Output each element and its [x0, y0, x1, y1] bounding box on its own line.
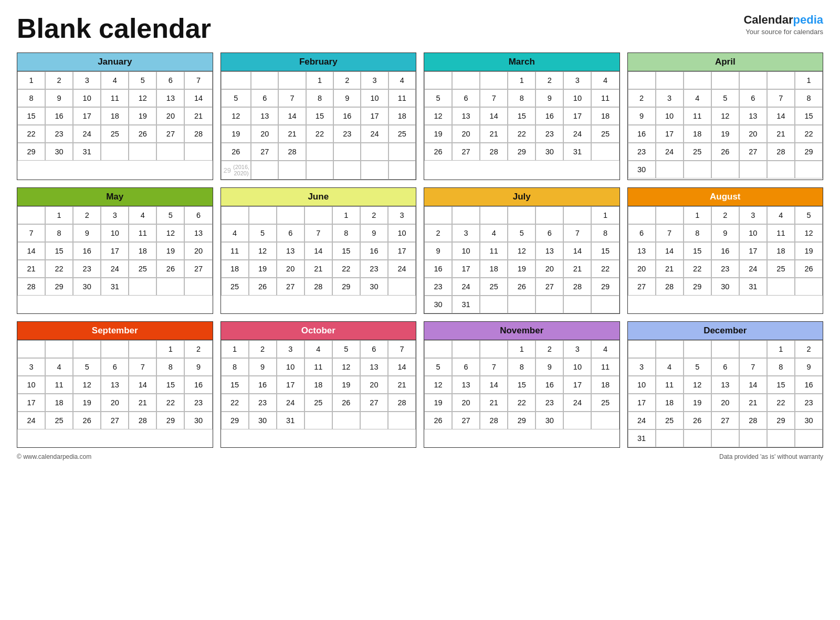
- day-cell: 1: [221, 340, 249, 358]
- day-cell: 2: [711, 206, 739, 224]
- day-cell: 29: [795, 143, 823, 161]
- day-cell: 10: [628, 376, 656, 394]
- day-cell: 15: [508, 107, 536, 125]
- brand-name: Calendarpedia: [743, 13, 823, 28]
- day-cell: 15: [332, 242, 360, 260]
- day-cell: 17: [563, 376, 591, 394]
- day-cell: 1: [306, 71, 333, 89]
- day-cell: [739, 161, 767, 178]
- day-cell: [480, 206, 508, 224]
- day-cell: 21: [563, 260, 591, 278]
- day-cell: [388, 412, 416, 429]
- day-cell: 5: [711, 89, 739, 107]
- day-cell: 12: [508, 242, 536, 260]
- month-grid-jun: 1234567891011121314151617181920212223242…: [221, 206, 416, 296]
- month-aug: August1234567891011121314151617181920212…: [627, 187, 824, 314]
- month-header-aug: August: [628, 188, 823, 206]
- day-cell: 15: [795, 107, 823, 125]
- day-cell: 3: [17, 358, 45, 376]
- day-cell: 10: [361, 89, 388, 107]
- day-cell: 5: [508, 224, 536, 242]
- day-cell: 4: [480, 224, 508, 242]
- day-cell: 8: [17, 89, 45, 107]
- day-cell: [739, 71, 767, 89]
- day-cell: 15: [17, 107, 45, 125]
- day-cell: 29: [45, 278, 73, 296]
- day-cell: 31: [628, 429, 656, 447]
- day-cell: 13: [360, 358, 388, 376]
- day-cell: 29: [156, 412, 184, 429]
- day-cell: 10: [73, 89, 101, 107]
- day-cell: 30: [249, 412, 277, 429]
- month-header-mar: March: [424, 53, 620, 71]
- day-cell: 11: [684, 107, 711, 125]
- month-nov: November12345678910111213141516171819202…: [424, 321, 620, 448]
- day-cell: 30: [360, 278, 388, 296]
- day-cell: 27: [536, 278, 563, 296]
- day-cell: 26: [332, 394, 360, 412]
- day-cell: 28: [129, 412, 156, 429]
- day-cell: [304, 412, 332, 429]
- day-cell: [563, 412, 591, 429]
- day-cell-empty: [333, 161, 361, 180]
- day-cell: [452, 206, 480, 224]
- day-cell: 27: [360, 394, 388, 412]
- day-cell: 17: [388, 242, 416, 260]
- day-cell: 26: [424, 412, 452, 429]
- day-cell: 17: [656, 125, 684, 143]
- day-cell: [767, 71, 795, 89]
- day-cell: 1: [508, 71, 536, 89]
- day-cell: 9: [333, 89, 361, 107]
- day-cell: 19: [424, 125, 452, 143]
- day-cell: 7: [184, 71, 212, 89]
- day-cell: 22: [156, 394, 184, 412]
- day-cell: 20: [184, 242, 212, 260]
- day-cell: 24: [73, 125, 101, 143]
- day-cell: 18: [129, 242, 156, 260]
- day-cell: 26: [156, 260, 184, 278]
- day-cell: 9: [536, 358, 563, 376]
- day-cell-empty: [361, 161, 388, 180]
- month-grid-oct: 1234567891011121314151617181920212223242…: [221, 340, 416, 429]
- day-cell: 21: [304, 260, 332, 278]
- day-cell: [306, 143, 333, 161]
- month-may: May1234567891011121314151617181920212223…: [17, 187, 213, 314]
- day-cell: 11: [767, 224, 795, 242]
- page-header: Blank calendar Calendarpedia Your source…: [17, 13, 823, 44]
- day-cell: 29: [332, 278, 360, 296]
- day-cell: [278, 71, 306, 89]
- month-header-sep: September: [17, 322, 213, 340]
- day-cell: 17: [452, 260, 480, 278]
- day-cell: 24: [563, 125, 591, 143]
- day-cell: 3: [277, 340, 304, 358]
- day-cell: 17: [628, 394, 656, 412]
- day-cell: 16: [333, 107, 361, 125]
- day-cell: 26: [795, 260, 823, 278]
- day-cell: 18: [591, 376, 619, 394]
- day-cell: 30: [795, 412, 823, 429]
- day-cell: 1: [684, 206, 711, 224]
- day-cell: 15: [221, 376, 249, 394]
- day-cell: 24: [17, 412, 45, 429]
- day-cell: 11: [304, 358, 332, 376]
- day-cell: 16: [424, 260, 452, 278]
- month-dec: December12345678910111213141516171819202…: [627, 321, 824, 448]
- day-cell: 13: [711, 376, 739, 394]
- day-cell: 21: [480, 125, 508, 143]
- day-cell: 18: [221, 260, 249, 278]
- day-cell: 23: [536, 125, 563, 143]
- day-cell: 7: [388, 340, 416, 358]
- day-cell: 16: [360, 242, 388, 260]
- day-cell: 13: [101, 376, 129, 394]
- disclaimer: Data provided 'as is' without warranty: [719, 453, 823, 460]
- day-cell: 20: [360, 376, 388, 394]
- day-cell: [424, 71, 452, 89]
- day-cell: [101, 143, 129, 161]
- day-cell: 28: [388, 394, 416, 412]
- day-cell: [424, 206, 452, 224]
- day-cell: 8: [45, 224, 73, 242]
- day-cell: 7: [563, 224, 591, 242]
- day-cell: 1: [156, 340, 184, 358]
- day-cell: 26: [711, 143, 739, 161]
- day-cell: 9: [184, 358, 212, 376]
